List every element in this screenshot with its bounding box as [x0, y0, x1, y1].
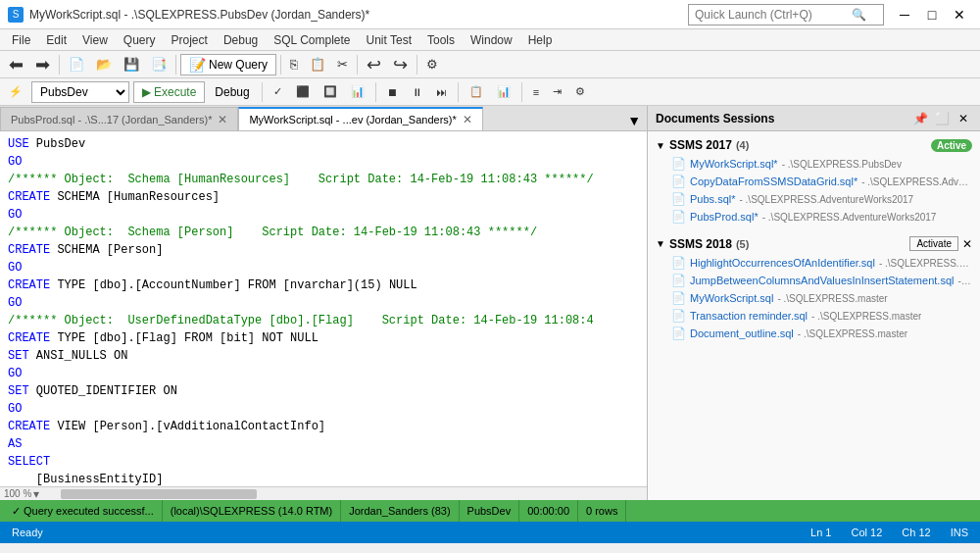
db-info: PubsDev: [460, 500, 520, 522]
tab-myworkscript-close[interactable]: ✕: [463, 113, 472, 126]
code-line: GO: [8, 400, 639, 418]
file-path-myworkscript: - .\SQLEXPRESS.PubsDev: [782, 159, 902, 170]
toolbar2-btn1[interactable]: ⚡: [4, 81, 27, 103]
menu-view[interactable]: View: [74, 31, 116, 49]
session-2018-close-button[interactable]: ✕: [962, 237, 972, 251]
zoom-dropdown-icon[interactable]: ▾: [31, 487, 41, 501]
session-item-pubsprod[interactable]: 📄 PubsProd.sql* - .\SQLEXPRESS.Adventure…: [648, 208, 980, 226]
app-icon: S: [8, 7, 24, 23]
copy-button[interactable]: ⎘: [285, 54, 303, 75]
file-icon: 📄: [671, 210, 686, 224]
panel-close-button[interactable]: ✕: [955, 110, 972, 127]
quick-launch-search[interactable]: 🔍: [688, 4, 884, 25]
database-selector[interactable]: PubsDev: [31, 81, 129, 103]
tab-menu-button[interactable]: ▼: [621, 111, 647, 130]
debug-label[interactable]: Debug: [209, 83, 255, 101]
menu-debug[interactable]: Debug: [216, 31, 266, 49]
execute-label: Execute: [154, 85, 196, 99]
file-icon: 📄: [671, 192, 686, 206]
session-item-highlight[interactable]: 📄 HighlightOccurrencesOfAnIdentifier.sql…: [648, 254, 980, 272]
bottom-status-bar: Ready Ln 1 Col 12 Ch 12 INS: [0, 522, 980, 543]
new-query-label: New Query: [209, 58, 268, 72]
session-item-docoutline[interactable]: 📄 Document_outline.sql - .\SQLEXPRESS.ma…: [648, 325, 980, 342]
toolbar2-btn9[interactable]: 📊: [492, 81, 515, 103]
file-name-docoutline: Document_outline.sql: [690, 327, 794, 339]
session-item-copydatafromssms[interactable]: 📄 CopyDataFromSSMSDataGrid.sql* - .\SQLE…: [648, 173, 980, 190]
menu-sql-complete[interactable]: SQL Complete: [266, 31, 358, 49]
new-query-button[interactable]: 📝 New Query: [180, 54, 276, 75]
code-editor[interactable]: USE PubsDevGO/****** Object: Schema [Hum…: [0, 131, 647, 486]
toolbar2-btn2[interactable]: ⬛: [291, 81, 315, 103]
file-icon: 📄: [671, 175, 686, 188]
menu-window[interactable]: Window: [463, 31, 520, 49]
tab-pubsprod[interactable]: PubsProd.sql - .\S...17 (Jordan_Sanders)…: [0, 107, 238, 130]
horizontal-scrollbar[interactable]: 100 % ▾: [0, 486, 647, 500]
menu-edit[interactable]: Edit: [38, 31, 74, 49]
cut-button[interactable]: ✂: [332, 54, 353, 75]
panel-header: Documents Sessions 📌 ⬜ ✕: [648, 106, 980, 131]
open-file-button[interactable]: 📂: [91, 54, 117, 75]
session-item-pubs[interactable]: 📄 Pubs.sql* - .\SQLEXPRESS.AdventureWork…: [648, 190, 980, 208]
server-info: (local)\SQLEXPRESS (14.0 RTM): [163, 500, 341, 522]
menu-file[interactable]: File: [4, 31, 38, 49]
activate-2018-button[interactable]: Activate: [909, 236, 958, 251]
tab-myworkscript-label: MyWorkScript.sql - ...ev (Jordan_Sanders…: [249, 114, 456, 126]
save-button[interactable]: 💾: [119, 54, 144, 75]
menu-tools[interactable]: Tools: [419, 31, 463, 49]
toolbar2-format-btn[interactable]: ≡: [528, 81, 544, 103]
toolbar2-check-btn[interactable]: ✓: [269, 81, 287, 103]
session-item-myworkscript[interactable]: 📄 MyWorkScript.sql* - .\SQLEXPRESS.PubsD…: [648, 155, 980, 173]
save-all-button[interactable]: 📑: [146, 54, 172, 75]
search-icon: 🔍: [852, 8, 866, 22]
paste-button[interactable]: 📋: [305, 54, 330, 75]
toolbar2-sep1: [262, 82, 263, 102]
session-group-2018-name: SSMS 2018: [669, 237, 732, 251]
quick-launch-input[interactable]: [695, 8, 852, 22]
toolbar-separator-4: [357, 55, 358, 75]
menu-project[interactable]: Project: [164, 31, 216, 49]
session-group-2017-header[interactable]: ▼ SSMS 2017 (4) Active: [648, 135, 980, 155]
code-line: CREATE SCHEMA [Person]: [8, 241, 639, 259]
code-line: GO: [8, 153, 639, 171]
toolbar2-btn4[interactable]: 📊: [346, 81, 369, 103]
undo-button[interactable]: ↩: [362, 54, 386, 75]
toolbar2-btn3[interactable]: 🔲: [318, 81, 342, 103]
menu-unit-test[interactable]: Unit Test: [359, 31, 419, 49]
session-group-2018-header[interactable]: ▼ SSMS 2018 (5) Activate ✕: [648, 233, 980, 254]
minimize-button[interactable]: ─: [892, 4, 917, 25]
toolbar2-btn8[interactable]: 📋: [465, 81, 488, 103]
new-file-button[interactable]: 📄: [64, 54, 89, 75]
forward-button[interactable]: ➡: [30, 54, 55, 75]
toolbar2-btn6[interactable]: ⏸: [407, 81, 427, 103]
code-line: USE PubsDev: [8, 135, 639, 153]
more-tools-button[interactable]: ⚙: [421, 54, 443, 75]
tab-myworkscript[interactable]: MyWorkScript.sql - ...ev (Jordan_Sanders…: [238, 107, 482, 130]
toolbar2-btn5[interactable]: ⏹: [382, 81, 403, 103]
session-item-transaction[interactable]: 📄 Transaction reminder.sql - .\SQLEXPRES…: [648, 307, 980, 325]
panel-float-button[interactable]: ⬜: [933, 110, 951, 127]
tab-pubsprod-close[interactable]: ✕: [218, 113, 227, 126]
panel-controls: 📌 ⬜ ✕: [911, 110, 972, 127]
close-button[interactable]: ✕: [947, 4, 972, 25]
execute-button[interactable]: ▶ Execute: [133, 81, 205, 103]
time-info: 00:00:00: [519, 500, 578, 522]
session-item-myworkscript2[interactable]: 📄 MyWorkScript.sql - .\SQLEXPRESS.master: [648, 289, 980, 307]
redo-button[interactable]: ↪: [388, 54, 413, 75]
insert-mode: INS: [951, 527, 968, 538]
session-2018-count: (5): [736, 238, 749, 250]
file-icon: 📄: [671, 309, 686, 323]
menu-query[interactable]: Query: [116, 31, 164, 49]
scroll-thumb[interactable]: [61, 489, 257, 499]
col-number: Col 12: [852, 527, 883, 538]
back-button[interactable]: ⬅: [4, 54, 28, 75]
toolbar2-btn7[interactable]: ⏭: [431, 81, 452, 103]
cursor-info: Ln 1 Col 12 Ch 12 INS: [810, 527, 968, 538]
toolbar2-settings-btn[interactable]: ⚙: [570, 81, 590, 103]
panel-title: Documents Sessions: [656, 112, 774, 126]
toolbar2-indent-btn[interactable]: ⇥: [548, 81, 566, 103]
restore-button[interactable]: □: [919, 4, 945, 25]
file-path-jumpbetween: - .\S...: [957, 276, 972, 286]
session-item-jumpbetween[interactable]: 📄 JumpBetweenColumnsAndValuesInInsertSta…: [648, 272, 980, 289]
panel-pin-button[interactable]: 📌: [911, 110, 929, 127]
menu-help[interactable]: Help: [520, 31, 561, 49]
